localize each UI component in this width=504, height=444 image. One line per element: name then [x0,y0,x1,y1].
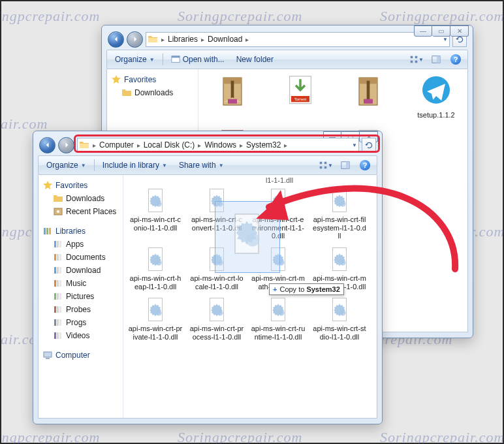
file-dll[interactable]: api-ms-win-crt-private-l1-1-0.dll [126,294,185,342]
library-item-icon [53,304,63,315]
svg-rect-4 [411,61,413,63]
chevron-right-icon: ▸ [92,142,97,149]
help-button[interactable]: ? [448,52,464,67]
favorites-group[interactable]: Favorites [41,179,120,192]
address-bar[interactable]: ▸ Libraries ▸ Download ▸ ▼ [146,32,450,47]
nav-downloads[interactable]: Downloads [41,192,120,205]
svg-rect-1 [172,56,180,58]
nav-back-button[interactable] [39,137,55,153]
svg-rect-59 [59,319,61,326]
file-dll[interactable]: api-ms-win-crt-runtime-l1-1-0.dll [249,294,307,342]
file-archive[interactable] [201,72,264,121]
nav-library-probes[interactable]: Probes [41,303,120,316]
libraries-group[interactable]: Libraries [41,225,120,238]
file-archive[interactable] [337,72,400,121]
svg-point-68 [217,201,223,207]
nav-library-music[interactable]: Music [41,277,120,290]
file-dll[interactable]: api-ms-win-crt-filesystem-l1-1-0.dll [310,185,369,242]
open-with-icon [171,55,180,64]
svg-rect-46 [57,267,59,274]
svg-rect-17 [367,81,370,103]
share-with-button[interactable]: Share with ▼ [175,159,228,172]
file-dll[interactable]: api-ms-win-crt-process-l1-1-0.dll [187,294,246,342]
nav-library-apps[interactable]: Apps [41,238,120,251]
svg-point-76 [217,260,223,266]
breadcrumb-libraries[interactable]: Libraries [165,33,200,46]
organize-button[interactable]: Organize ▼ [111,53,159,66]
svg-rect-11 [228,99,237,104]
open-with-button[interactable]: Open with... [167,53,228,66]
svg-rect-28 [320,162,323,165]
breadcrumb-system32[interactable]: System32 [244,138,283,152]
archive-icon [214,73,251,110]
file-dll[interactable]: api-ms-win-crt-convert-l1-1-0.dll [187,185,246,242]
file-dll[interactable]: api-ms-win-crt-locale-l1-1-0.dll [187,244,246,292]
nav-back-button[interactable] [108,31,124,48]
svg-rect-63 [44,352,52,357]
drag-tooltip-prefix: Copy to [279,285,306,293]
file-dll[interactable]: api-ms-win-crt-conio-l1-1-0.dll [126,185,185,242]
svg-rect-49 [57,280,59,287]
dll-icon [326,296,353,323]
address-bar[interactable]: ▸ Computer ▸ Local Disk (C:) ▸ Windows ▸… [77,138,359,153]
svg-point-74 [156,260,162,266]
preview-icon [432,55,441,64]
svg-point-78 [279,260,285,266]
nav-forward-button[interactable] [127,31,143,48]
svg-point-66 [156,201,162,207]
svg-rect-50 [59,280,61,287]
help-button[interactable]: ? [357,158,373,172]
dll-icon [142,187,169,214]
nav-forward-button[interactable] [58,137,74,153]
favorites-group[interactable]: Favorites [110,73,195,86]
close-button[interactable]: ✕ [450,25,469,37]
svg-rect-37 [46,228,48,234]
nav-downloads[interactable]: Downloads [110,86,195,99]
file-torrent[interactable]: Torrent [269,72,332,121]
maximize-button[interactable]: ▭ [432,25,450,37]
torrent-icon: Torrent [282,73,319,110]
svg-rect-31 [324,166,327,169]
svg-rect-29 [324,162,327,165]
file-dll[interactable]: api-ms-win-crt-heap-l1-1-0.dll [126,244,185,292]
breadcrumb-computer[interactable]: Computer [97,138,136,152]
svg-rect-38 [49,228,51,234]
refresh-button[interactable] [362,138,376,153]
dll-icon [264,246,292,273]
svg-rect-62 [59,332,61,339]
nav-library-documents[interactable]: Documents [41,251,120,264]
view-options-button[interactable]: ▼ [409,52,424,67]
svg-rect-44 [59,254,61,261]
address-dropdown[interactable]: ▼ [352,142,357,148]
preview-pane-button[interactable] [338,158,353,172]
drag-tooltip: + Copy to System32 [269,283,344,295]
nav-library-pictures[interactable]: Pictures [41,290,120,303]
svg-rect-55 [57,306,59,313]
svg-rect-36 [44,228,46,234]
preview-pane-button[interactable] [428,52,444,67]
computer-group[interactable]: Computer [41,349,120,362]
star-icon [111,74,121,85]
breadcrumb-download[interactable]: Download [205,33,245,46]
file-pane[interactable]: l1-1-1.dll api-ms-win-crt-conio-l1-1-0.d… [123,175,377,418]
arrow-left-icon [44,141,52,149]
arrow-right-icon [63,141,71,149]
organize-button[interactable]: Organize ▼ [42,159,90,172]
include-in-library-button[interactable]: Include in library ▼ [99,159,171,172]
file-dll[interactable]: api-ms-win-crt-stdio-l1-1-0.dll [310,294,369,342]
new-folder-button[interactable]: New folder [232,53,277,66]
file-dll[interactable]: api-ms-win-crt-environment-l1-1-0.dll [249,185,307,242]
star-icon [42,180,53,191]
nav-library-download[interactable]: Download [41,264,120,277]
view-options-button[interactable]: ▼ [318,158,334,172]
svg-rect-54 [54,306,56,313]
nav-library-videos[interactable]: Videos [41,329,120,342]
breadcrumb-windows[interactable]: Windows [202,138,239,152]
nav-library-progs[interactable]: Progs [41,316,120,329]
svg-rect-64 [46,358,50,359]
nav-recent-places[interactable]: Recent Places [41,205,120,218]
svg-rect-53 [59,293,61,300]
breadcrumb-local-disk[interactable]: Local Disk (C:) [141,138,198,152]
minimize-button[interactable]: — [414,25,432,37]
file-telegram[interactable]: tsetup.1.1.2 [405,72,467,121]
